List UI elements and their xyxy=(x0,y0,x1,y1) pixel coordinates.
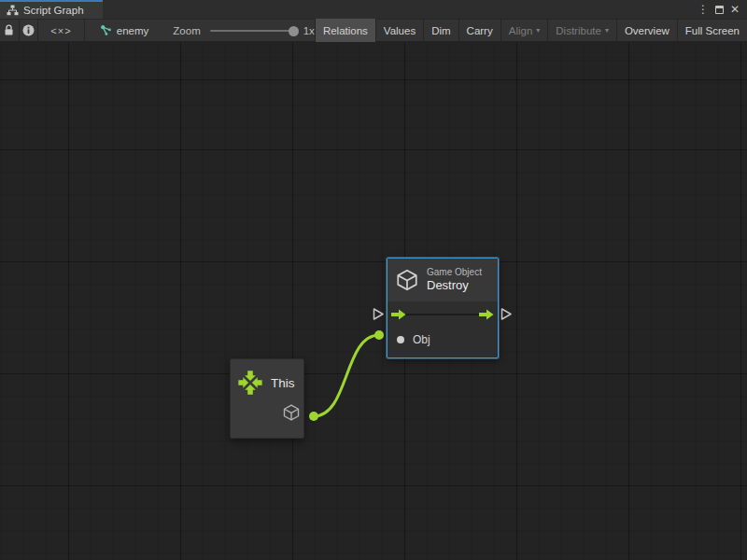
obj-port-dot[interactable] xyxy=(397,336,404,343)
connection-start-dot[interactable] xyxy=(309,412,318,421)
align-button[interactable]: Align ▾ xyxy=(500,19,548,42)
lock-icon xyxy=(4,24,14,36)
zoom-slider-handle[interactable] xyxy=(289,26,299,36)
obj-input-row[interactable]: Obj xyxy=(388,328,498,352)
script-graph-window: Script Graph ⋮ ✕ xyxy=(0,0,747,560)
menu-icon[interactable]: ⋮ xyxy=(698,4,709,15)
tab-script-graph[interactable]: Script Graph xyxy=(0,0,103,19)
carry-button[interactable]: Carry xyxy=(458,19,500,42)
control-flow-row xyxy=(388,301,498,328)
flow-enter-port-icon[interactable] xyxy=(372,307,385,321)
destroy-node-category: Game Object xyxy=(427,267,482,279)
tab-title: Script Graph xyxy=(23,5,84,16)
graph-toolbar: <×> enemy Zoom 1x Relatio xyxy=(0,19,747,42)
zoom-control: Zoom 1x xyxy=(173,19,315,42)
destroy-node-title: Destroy xyxy=(427,278,482,293)
this-node[interactable]: This xyxy=(230,358,304,439)
chevron-down-icon: ▾ xyxy=(605,26,609,35)
values-button[interactable]: Values xyxy=(375,19,423,42)
destroy-node[interactable]: Game Object Destroy Obj xyxy=(387,258,499,358)
zoom-label: Zoom xyxy=(173,25,200,36)
self-converge-icon xyxy=(236,369,264,397)
script-graph-asset-icon xyxy=(100,24,112,36)
breadcrumb-graph-name: enemy xyxy=(117,25,149,36)
maximize-icon[interactable] xyxy=(715,6,724,14)
flow-divider-line xyxy=(402,314,483,315)
gameobject-output-port[interactable] xyxy=(282,403,301,422)
relations-button[interactable]: Relations xyxy=(315,19,375,42)
flow-output-arrow-icon[interactable] xyxy=(479,309,494,320)
flow-exit-port-icon[interactable] xyxy=(500,307,513,321)
window-controls: ⋮ ✕ xyxy=(698,0,747,19)
close-icon[interactable]: ✕ xyxy=(730,4,740,15)
graph-canvas[interactable]: This Ga xyxy=(0,42,747,560)
code-brackets-icon: <×> xyxy=(50,25,71,36)
lock-button[interactable] xyxy=(0,19,19,42)
chevron-down-icon: ▾ xyxy=(536,26,540,35)
obj-port-label: Obj xyxy=(413,333,430,346)
tab-bar: Script Graph ⋮ ✕ xyxy=(0,0,747,19)
connection-wire[interactable] xyxy=(314,335,379,416)
overview-button[interactable]: Overview xyxy=(616,19,677,42)
breadcrumb[interactable]: enemy xyxy=(96,19,153,42)
zoom-value: 1x xyxy=(303,25,315,36)
full-screen-button[interactable]: Full Screen xyxy=(677,19,747,42)
view-buttons: Relations Values Dim Carry Align ▾ Distr… xyxy=(315,19,747,42)
distribute-button[interactable]: Distribute ▾ xyxy=(547,19,616,42)
gameobject-cube-icon xyxy=(395,268,419,292)
info-icon xyxy=(22,24,35,36)
dim-button[interactable]: Dim xyxy=(423,19,458,42)
flow-input-arrow-icon[interactable] xyxy=(391,309,406,320)
connection-layer xyxy=(0,42,747,560)
graph-hierarchy-icon xyxy=(7,5,19,16)
destroy-node-header: Game Object Destroy xyxy=(388,259,498,301)
zoom-slider[interactable] xyxy=(210,30,296,32)
this-node-title: This xyxy=(271,376,295,390)
connection-end-dot[interactable] xyxy=(374,330,384,340)
info-button[interactable] xyxy=(20,19,38,42)
value-inspection-button[interactable]: <×> xyxy=(38,19,84,42)
